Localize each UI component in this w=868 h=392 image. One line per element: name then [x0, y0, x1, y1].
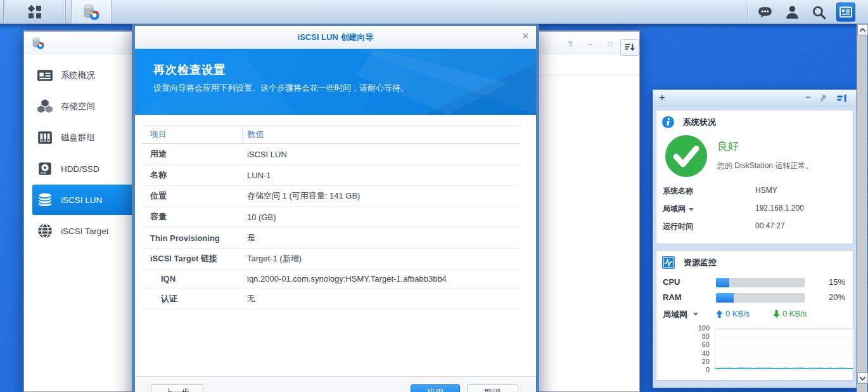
- download-arrow-icon: [773, 310, 780, 318]
- usage-meter-row: RAM 20%: [663, 291, 848, 306]
- column-header-value[interactable]: 数值: [242, 126, 520, 144]
- chart-y-tick: 40: [656, 350, 710, 358]
- sidebar-item[interactable]: 系统概况: [32, 60, 146, 91]
- sidebar-item-icon: [37, 223, 53, 239]
- sort-button[interactable]: [620, 39, 639, 56]
- chart-y-tick: 100: [656, 324, 710, 332]
- health-ok-icon: [665, 135, 707, 177]
- setting-value: iSCSI LUN: [242, 144, 520, 165]
- window-help-button[interactable]: ?: [565, 40, 576, 48]
- setting-item: 位置: [143, 186, 242, 207]
- settings-table-row[interactable]: iSCSI Target 链接 Target-1 (新增): [143, 249, 520, 270]
- lan-label[interactable]: 局域网: [663, 309, 687, 320]
- sidebar-item-label: 存储空间: [61, 101, 95, 112]
- sidebar-item-label: iSCSI LUN: [61, 195, 102, 205]
- system-info-value: 192.168.1.200: [755, 204, 804, 212]
- setting-value: 无: [242, 289, 520, 310]
- window-maximize-button[interactable]: □: [604, 40, 616, 48]
- user-icon: [784, 4, 800, 20]
- window-app-icon: [31, 36, 45, 50]
- dropdown-caret-icon[interactable]: [689, 208, 694, 211]
- sidebar-item[interactable]: iSCSI LUN: [32, 185, 146, 215]
- collapse-panel-button[interactable]: −: [805, 92, 810, 102]
- settings-table-row[interactable]: Thin Provisioning 是: [143, 228, 520, 249]
- search-icon: [811, 4, 827, 20]
- setting-item: 名称: [143, 165, 242, 186]
- chart-y-tick: 60: [656, 341, 710, 349]
- sidebar-item-icon: [37, 129, 53, 146]
- storage-manager-taskbar-button[interactable]: [71, 0, 112, 23]
- setting-value: 是: [242, 228, 520, 249]
- lan-chart-lines: [715, 329, 853, 370]
- wizard-body: 项目 数值 用途 iSCSI LUN 名称: [135, 115, 536, 376]
- health-status-text: 良好: [717, 139, 739, 154]
- usage-meter-percent: 15%: [829, 277, 845, 287]
- sidebar-item-label: 磁盘群组: [61, 132, 95, 143]
- info-icon: [661, 115, 675, 129]
- taskbar-right-divider: [748, 3, 748, 21]
- dock-panel-icon[interactable]: [836, 93, 848, 105]
- setting-item: IQN: [143, 270, 242, 289]
- user-options-button[interactable]: [782, 3, 802, 22]
- main-menu-button[interactable]: [4, 0, 66, 23]
- sort-icon: [623, 41, 636, 54]
- settings-table-row[interactable]: IQN iqn.2000-01.com.synology:HSMY.Target…: [143, 270, 520, 289]
- settings-table-row[interactable]: 位置 存储空间 1 (可用容量: 141 GB): [143, 186, 520, 207]
- chart-y-tick: 20: [656, 358, 710, 366]
- settings-table-row[interactable]: 容量 10 (GB): [143, 207, 520, 228]
- lan-traffic-row: 局域网 0 KB/s 0 KB/s: [663, 309, 848, 320]
- usage-meter-fill: [716, 278, 729, 287]
- sidebar-item-icon: [37, 192, 53, 208]
- taskbar: [0, 0, 868, 24]
- settings-table-row[interactable]: 认证 无: [143, 289, 520, 310]
- setting-value: 10 (GB): [242, 207, 520, 228]
- setting-item: Thin Provisioning: [143, 228, 242, 249]
- search-button[interactable]: [808, 3, 829, 22]
- usage-meter-bar: [716, 293, 805, 303]
- settings-table-row[interactable]: 名称 LUN-1: [143, 165, 520, 186]
- setting-value: LUN-1: [242, 165, 520, 186]
- sidebar-item[interactable]: 存储空间: [32, 91, 146, 122]
- chevron-down-icon: [859, 376, 866, 381]
- notifications-button[interactable]: [755, 3, 775, 22]
- column-header-item[interactable]: 项目: [143, 126, 242, 144]
- widget-panel: + − 系统状况 良好 您的 DiskStation 运转正常。 系统名称: [653, 89, 857, 388]
- system-health-card: 系统状况 良好 您的 DiskStation 运转正常。 系统名称 HSMY 局…: [656, 110, 853, 244]
- widgets-toggle-button[interactable]: [836, 3, 855, 22]
- cancel-button[interactable]: 取消: [467, 384, 518, 392]
- dialog-titlebar[interactable]: iSCSI LUN 创建向导 ×: [135, 26, 536, 49]
- sidebar-item[interactable]: HDD/SSD: [32, 154, 146, 184]
- system-info-row: 运行时间 00:47:27: [663, 221, 848, 239]
- desktop-scrollbar[interactable]: [857, 24, 867, 392]
- wizard-header: 再次检查设置 设置向导将会应用下列设置。这个步骤将会花一些时间，请耐心等待。: [135, 49, 536, 115]
- widgets-icon: [838, 4, 853, 20]
- lan-download: 0 KB/s: [773, 309, 807, 318]
- scroll-up-button[interactable]: [857, 24, 868, 36]
- usage-meter-row: CPU 15%: [663, 276, 848, 291]
- sidebar-item[interactable]: iSCSI Target: [32, 216, 146, 246]
- dialog-close-icon[interactable]: ×: [523, 31, 528, 41]
- add-widget-button[interactable]: +: [659, 91, 665, 104]
- system-info-row: 系统名称 HSMY: [663, 186, 848, 204]
- system-info-label: 局域网: [663, 204, 686, 213]
- chevron-up-icon: [859, 28, 866, 32]
- sidebar-item[interactable]: 磁盘群组: [32, 122, 146, 153]
- system-info-label: 系统名称: [663, 186, 693, 195]
- dropdown-caret-icon[interactable]: [693, 313, 698, 316]
- usage-meter-fill: [716, 293, 734, 303]
- main-menu-grid-icon: [27, 4, 43, 20]
- scroll-down-button[interactable]: [857, 372, 868, 384]
- setting-value: Target-1 (新增): [242, 249, 520, 270]
- dsm-desktop: ? − □ × 系统概况 存储空间: [0, 0, 868, 392]
- apply-button[interactable]: 应用: [411, 384, 460, 392]
- window-minimize-button[interactable]: −: [584, 40, 596, 48]
- back-button[interactable]: 上一步: [151, 384, 203, 392]
- resource-monitor-card: 资源监控 CPU 15% RAM 20%: [656, 250, 853, 381]
- usage-meter-label: RAM: [663, 292, 682, 302]
- iscsi-lun-wizard-dialog: iSCSI LUN 创建向导 × 再次检查设置 设置向导将会应用下列设置。这个步…: [132, 24, 539, 392]
- settings-table: 项目 数值 用途 iSCSI LUN 名称: [143, 126, 520, 310]
- settings-table-row[interactable]: 用途 iSCSI LUN: [143, 144, 520, 165]
- lan-traffic-chart: [715, 329, 854, 370]
- setting-item: 容量: [143, 207, 242, 228]
- pin-icon[interactable]: [817, 93, 829, 105]
